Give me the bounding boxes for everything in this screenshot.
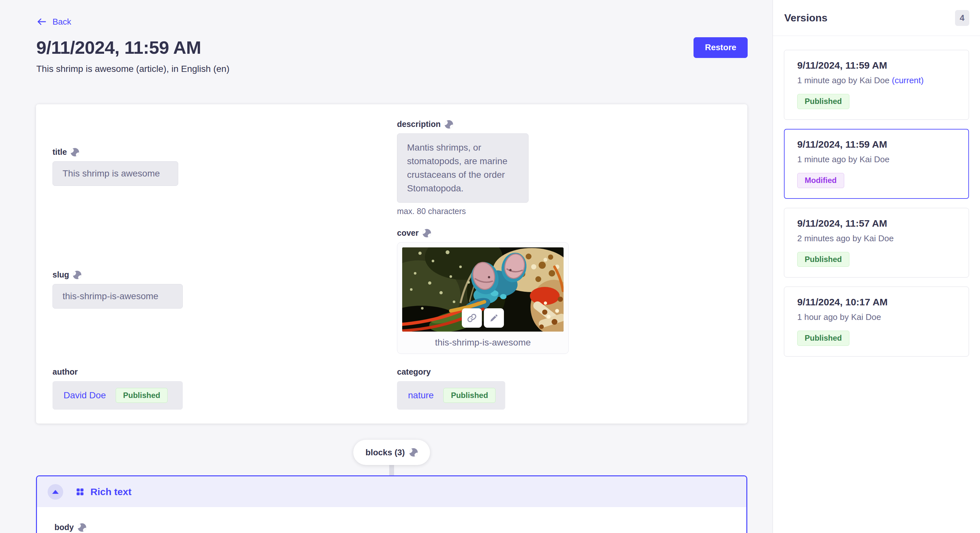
collapse-button[interactable] [48,484,63,500]
blocks-field-pill: blocks (3) [353,440,430,465]
version-date: 9/11/2024, 11:59 AM [797,139,959,150]
slug-input[interactable]: this-shrimp-is-awesome [52,284,183,309]
page-header: Back 9/11/2024, 11:59 AM Restore This sh… [36,16,748,74]
version-card[interactable]: 9/11/2024, 11:57 AM 2 minutes ago by Kai… [784,208,969,278]
versions-panel-header: Versions 4 [773,0,980,36]
globe-icon [445,120,453,128]
grid-icon [75,487,84,497]
block-title: Rich text [75,486,132,497]
version-meta: 1 minute ago by Kai Doe (current) [797,75,959,86]
field-cover: cover [397,228,569,354]
version-status-badge: Modified [797,173,844,188]
version-date: 9/11/2024, 11:57 AM [797,218,959,229]
back-link[interactable]: Back [36,16,71,27]
globe-icon [73,271,81,279]
field-title: title This shrimp is awesome [52,148,178,186]
blocks-zone: blocks (3) Rich text [36,424,747,533]
description-hint: max. 80 characters [397,206,528,216]
versions-count-badge: 4 [955,10,969,26]
category-relation-box: nature Published [397,381,505,409]
field-title-label: title [52,148,178,157]
field-description-label: description [397,119,528,129]
version-card[interactable]: 9/11/2024, 11:59 AM 1 minute ago by Kai … [784,50,969,120]
version-status-badge: Published [797,331,850,346]
cover-filename: this-shrimp-is-awesome [402,332,563,352]
field-slug-label: slug [52,270,183,279]
field-cover-label: cover [397,228,569,238]
field-description: description Mantis shrimps, or stomatopo… [397,119,528,216]
pencil-icon [489,313,499,323]
version-meta: 1 hour ago by Kai Doe [797,312,959,322]
field-author: author David Doe Published [52,367,183,409]
status-badge: Published [116,388,168,403]
globe-icon [78,523,86,532]
page-subtitle: This shrimp is awesome (article), in Eng… [36,64,748,74]
arrow-left-icon [36,16,47,27]
versions-panel: Versions 4 9/11/2024, 11:59 AM 1 minute … [773,0,980,533]
page-title: 9/11/2024, 11:59 AM [36,37,201,58]
version-card[interactable]: 9/11/2024, 10:17 AM 1 hour ago by Kai Do… [784,287,969,357]
link-icon [466,313,477,324]
status-badge: Published [443,388,495,403]
field-slug: slug this-shrimp-is-awesome [52,270,183,309]
blocks-pill-label: blocks (3) [366,447,405,458]
version-status-badge: Published [797,94,850,109]
field-author-label: author [52,367,183,377]
version-date: 9/11/2024, 10:17 AM [797,297,959,308]
restore-button[interactable]: Restore [694,37,748,58]
block-title-label: Rich text [91,486,132,497]
version-current-label: (current) [892,75,924,85]
back-label: Back [52,17,71,27]
rich-text-block-body: body [37,507,746,533]
chevron-up-icon [52,490,59,494]
field-body-label: body [54,523,729,532]
globe-icon [423,229,431,237]
globe-icon [71,148,79,156]
cover-copy-link-button[interactable] [462,308,482,328]
field-category-label: category [397,367,505,377]
version-meta: 1 minute ago by Kai Doe [797,154,959,165]
cover-actions [462,308,504,328]
cover-image [402,247,563,332]
category-relation-link[interactable]: nature [408,390,434,401]
version-fields-card: title This shrimp is awesome description… [36,104,747,424]
description-textarea[interactable]: Mantis shrimps, or stomatopods, are mari… [397,133,528,203]
versions-panel-title: Versions [784,12,827,24]
cover-card: this-shrimp-is-awesome [397,242,569,354]
cover-edit-button[interactable] [484,308,504,328]
rich-text-block: Rich text body [36,475,747,533]
version-meta: 2 minutes ago by Kai Doe [797,233,959,244]
title-input[interactable]: This shrimp is awesome [52,161,178,186]
field-category: category nature Published [397,367,505,409]
blocks-connector [389,465,394,475]
globe-icon [409,448,418,457]
version-list: 9/11/2024, 11:59 AM 1 minute ago by Kai … [773,36,980,370]
version-status-badge: Published [797,252,850,267]
author-relation-box: David Doe Published [52,381,183,409]
version-date: 9/11/2024, 11:59 AM [797,60,959,71]
version-card[interactable]: 9/11/2024, 11:59 AM 1 minute ago by Kai … [784,129,969,199]
author-relation-link[interactable]: David Doe [64,390,106,401]
main-content: Back 9/11/2024, 11:59 AM Restore This sh… [0,0,773,533]
rich-text-block-header[interactable]: Rich text [37,476,746,507]
